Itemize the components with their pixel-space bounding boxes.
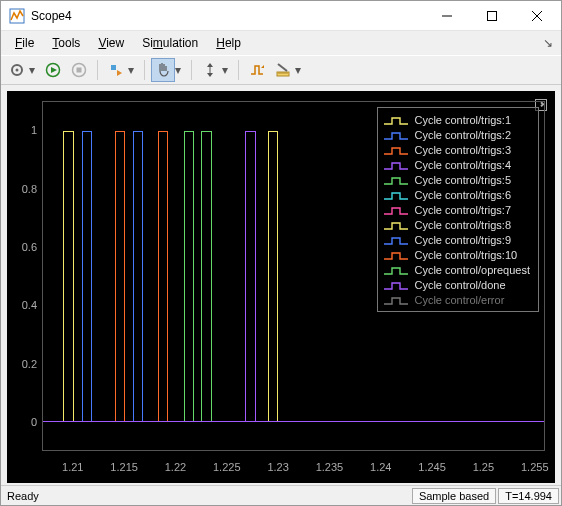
svg-marker-8 [51,67,57,73]
pan-dropdown-icon[interactable]: ▾ [175,63,183,77]
window-title: Scope4 [31,9,424,23]
svg-rect-2 [487,11,496,20]
step-dropdown-icon[interactable]: ▾ [128,63,136,77]
menu-simulation[interactable]: Simulation [134,34,206,52]
step-forward-button[interactable] [104,58,128,82]
legend-label: Cycle control/error [414,294,504,306]
plot-area: Cycle control/trigs:1Cycle control/trigs… [1,85,561,485]
statusbar: Ready Sample based T=14.994 [1,485,561,505]
x-tick: 1.245 [412,461,452,473]
y-tick: 0.4 [7,299,37,311]
status-ready: Ready [1,490,412,502]
configure-dropdown-icon[interactable]: ▾ [29,63,37,77]
legend-swatch-icon [384,280,408,290]
legend-item: Cycle control/trigs:5 [384,172,530,187]
legend-swatch-icon [384,205,408,215]
legend-item: Cycle control/trigs:2 [384,127,530,142]
legend-label: Cycle control/trigs:4 [414,159,511,171]
dock-chevron-icon[interactable]: ↘ [543,36,557,50]
scope-plot[interactable]: Cycle control/trigs:1Cycle control/trigs… [7,91,555,483]
minimize-button[interactable] [424,1,469,31]
legend-swatch-icon [384,130,408,140]
pulse-cycle-control-trigs-2 [82,102,92,450]
legend-swatch-icon [384,295,408,305]
pulse-cycle-control-trigs-3 [115,102,125,450]
legend-label: Cycle control/trigs:8 [414,219,511,231]
pulse-cycle-control-trigs-9 [133,102,143,450]
svg-line-23 [278,64,287,71]
x-tick: 1.255 [515,461,555,473]
svg-marker-14 [207,63,213,67]
svg-marker-12 [117,70,122,76]
legend-item: Cycle control/done [384,277,530,292]
legend-label: Cycle control/trigs:9 [414,234,511,246]
legend-label: Cycle control/trigs:5 [414,174,511,186]
stop-button[interactable] [67,58,91,82]
x-tick: 1.225 [207,461,247,473]
legend-item: Cycle control/error [384,292,530,307]
triggers-button[interactable] [245,58,269,82]
x-tick: 1.235 [309,461,349,473]
menu-tools[interactable]: Tools [44,34,88,52]
legend-swatch-icon [384,145,408,155]
legend-label: Cycle control/done [414,279,505,291]
measure-button[interactable] [271,58,295,82]
legend-label: Cycle control/trigs:1 [414,114,511,126]
legend-item: Cycle control/trigs:8 [384,217,530,232]
measure-dropdown-icon[interactable]: ▾ [295,63,303,77]
legend-item: Cycle control/trigs:6 [384,187,530,202]
x-tick: 1.22 [155,461,195,473]
x-tick: 1.25 [463,461,503,473]
zoom-dropdown-icon[interactable]: ▾ [222,63,230,77]
legend: Cycle control/trigs:1Cycle control/trigs… [377,107,539,312]
legend-swatch-icon [384,235,408,245]
pan-button[interactable] [151,58,175,82]
menubar: File Tools View Simulation Help ↘ [1,31,561,55]
svg-marker-15 [207,73,213,77]
pulse-cycle-control-trigs-5 [184,102,194,450]
pulse-cycle-control-trigs-10 [158,102,168,450]
maximize-button[interactable] [469,1,514,31]
pulse-cycle-control-trigs-4 [245,102,255,450]
zoom-y-button[interactable] [198,58,222,82]
y-tick: 0 [7,416,37,428]
legend-item: Cycle control/trigs:1 [384,112,530,127]
y-tick: 0.8 [7,183,37,195]
svg-point-6 [16,69,19,72]
legend-swatch-icon [384,250,408,260]
legend-label: Cycle control/trigs:3 [414,144,511,156]
legend-swatch-icon [384,160,408,170]
close-button[interactable] [514,1,559,31]
status-time: T=14.994 [498,488,559,504]
menu-file[interactable]: File [7,34,42,52]
legend-item: Cycle control/oprequest [384,262,530,277]
legend-swatch-icon [384,115,408,125]
pulse-cycle-control-trigs-1 [63,102,73,450]
legend-label: Cycle control/trigs:7 [414,204,511,216]
x-tick: 1.215 [104,461,144,473]
legend-swatch-icon [384,265,408,275]
toolbar: ▾ ▾ ▾ ▾ ▾ [1,55,561,85]
menu-view[interactable]: View [90,34,132,52]
legend-label: Cycle control/trigs:6 [414,189,511,201]
run-button[interactable] [41,58,65,82]
svg-rect-11 [111,65,116,70]
legend-label: Cycle control/trigs:10 [414,249,517,261]
toolbar-separator [97,60,98,80]
legend-label: Cycle control/oprequest [414,264,530,276]
toolbar-separator [144,60,145,80]
legend-item: Cycle control/trigs:4 [384,157,530,172]
toolbar-separator [191,60,192,80]
svg-rect-10 [77,68,82,73]
legend-item: Cycle control/trigs:3 [384,142,530,157]
titlebar: Scope4 [1,1,561,31]
menu-help[interactable]: Help [208,34,249,52]
status-mode: Sample based [412,488,496,504]
legend-item: Cycle control/trigs:9 [384,232,530,247]
legend-item: Cycle control/trigs:7 [384,202,530,217]
legend-swatch-icon [384,190,408,200]
app-icon [9,8,25,24]
svg-marker-16 [261,65,264,68]
configure-button[interactable] [5,58,29,82]
pulse-cycle-control-trigs-8 [268,102,278,450]
